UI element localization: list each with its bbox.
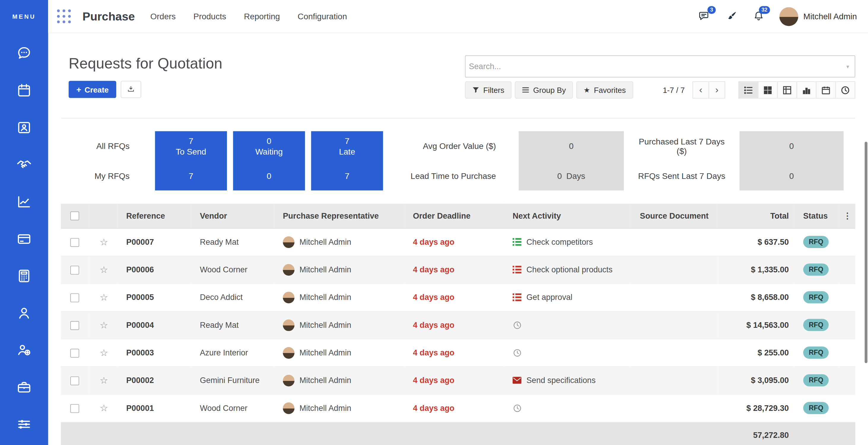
export-button[interactable] <box>121 81 141 98</box>
column-header-reference[interactable]: Reference <box>118 204 191 228</box>
table-row[interactable]: ☆ P00005 Deco Addict Mitchell Admin 4 da… <box>61 283 855 311</box>
table-row[interactable]: ☆ P00007 Ready Mat Mitchell Admin 4 days… <box>61 228 855 256</box>
pager-value[interactable]: 1-7 / 7 <box>663 86 685 94</box>
messages-button[interactable]: 3 <box>698 10 711 23</box>
optional-columns-button[interactable]: ⋮ <box>840 204 855 228</box>
row-checkbox[interactable] <box>70 404 79 413</box>
all-rfqs-link[interactable]: All RFQs <box>61 131 129 161</box>
list-view-button[interactable] <box>738 81 758 98</box>
crm-handshake-icon[interactable] <box>16 157 32 173</box>
activity-cell[interactable]: Get approval <box>513 284 631 311</box>
column-header-activity[interactable]: Next Activity <box>504 204 631 228</box>
my-rfqs-link[interactable]: My RFQs <box>61 161 129 190</box>
activity-cell[interactable]: Send specifications <box>513 367 631 394</box>
table-footer-row: 57,272.80 <box>61 422 855 445</box>
sales-chart-icon[interactable] <box>16 194 32 210</box>
activity-cell[interactable]: Check competitors <box>513 228 631 255</box>
select-all-checkbox[interactable] <box>70 212 79 220</box>
favorite-star-icon[interactable]: ☆ <box>89 236 108 248</box>
column-header-representative[interactable]: Purchase Representative <box>274 204 404 228</box>
table-row[interactable]: ☆ P00004 Ready Mat Mitchell Admin 4 days… <box>61 311 855 339</box>
favorite-star-icon[interactable]: ☆ <box>89 319 108 331</box>
activity-cell[interactable] <box>513 339 631 366</box>
pager-previous-button[interactable]: ‹ <box>692 81 709 98</box>
reference-cell: P00001 <box>118 394 191 422</box>
download-icon <box>127 85 135 93</box>
accounting-calculator-icon[interactable] <box>16 268 32 284</box>
filters-button[interactable]: Filters <box>465 81 512 98</box>
table-row[interactable]: ☆ P00006 Wood Corner Mitchell Admin 4 da… <box>61 256 855 283</box>
favorite-star-icon[interactable]: ☆ <box>89 374 108 386</box>
activity-cell[interactable] <box>513 394 631 421</box>
favorite-star-icon[interactable]: ☆ <box>89 347 108 358</box>
column-header-vendor[interactable]: Vendor <box>191 204 274 228</box>
menu-orders[interactable]: Orders <box>150 11 176 21</box>
lead-time-unit: Days <box>566 171 585 180</box>
apps-grid-icon[interactable] <box>57 9 71 24</box>
activity-cell[interactable]: Check optional products <box>513 256 631 283</box>
row-checkbox[interactable] <box>70 293 79 302</box>
row-checkbox[interactable] <box>70 376 79 385</box>
deadline-cell: 4 days ago <box>404 283 504 311</box>
kanban-view-button[interactable] <box>758 81 778 98</box>
pager-next-button[interactable]: › <box>708 81 725 98</box>
column-header-deadline[interactable]: Order Deadline <box>404 204 504 228</box>
metric-tile-right[interactable]: 0 0 <box>740 131 844 190</box>
discuss-icon[interactable] <box>16 45 32 61</box>
favorite-star-icon[interactable]: ☆ <box>89 402 108 414</box>
contacts-icon[interactable] <box>16 120 32 135</box>
table-header-row: Reference Vendor Purchase Representative… <box>61 204 855 228</box>
row-checkbox[interactable] <box>70 238 79 247</box>
create-button[interactable]: + Create <box>68 81 116 98</box>
table-row[interactable]: ☆ P00001 Wood Corner Mitchell Admin 4 da… <box>61 394 855 422</box>
status-badge: RFQ <box>803 402 829 414</box>
search-caret-down-icon[interactable]: ▾ <box>846 63 849 70</box>
menu-products[interactable]: Products <box>193 11 226 21</box>
inventory-icon[interactable] <box>16 379 32 395</box>
theme-brush-button[interactable] <box>725 10 738 23</box>
pager-arrows: ‹ › <box>692 81 725 98</box>
graph-view-button[interactable] <box>797 81 816 98</box>
list-view-icon <box>744 86 753 94</box>
row-checkbox[interactable] <box>70 321 79 329</box>
menu-toggle[interactable]: MENU <box>12 0 36 33</box>
menu-configuration[interactable]: Configuration <box>298 11 347 21</box>
representative-avatar <box>283 264 294 275</box>
tile-to-send[interactable]: 7 To Send 7 <box>155 131 227 190</box>
activity-cell[interactable] <box>513 312 631 339</box>
employees-icon[interactable] <box>16 305 32 321</box>
vertical-scrollbar[interactable] <box>865 142 867 363</box>
representative-cell: Mitchell Admin <box>283 256 404 283</box>
search-input[interactable] <box>469 62 847 71</box>
column-header-total[interactable]: Total <box>717 204 794 228</box>
calendar-view-button[interactable] <box>816 81 836 98</box>
app-name[interactable]: Purchase <box>83 10 135 23</box>
representative-avatar <box>283 319 294 331</box>
referral-icon[interactable] <box>16 342 32 358</box>
table-row[interactable]: ☆ P00003 Azure Interior Mitchell Admin 4… <box>61 339 855 367</box>
calendar-icon[interactable] <box>16 83 32 98</box>
user-menu[interactable]: Mitchell Admin <box>780 7 857 26</box>
metric-tile-left[interactable]: 0 0 Days <box>519 131 624 190</box>
tile-waiting-label: Waiting <box>255 147 283 156</box>
menu-reporting[interactable]: Reporting <box>244 11 280 21</box>
favorites-button[interactable]: ★ Favorites <box>577 81 633 98</box>
column-header-source[interactable]: Source Document <box>631 204 717 228</box>
expenses-card-icon[interactable] <box>16 231 32 247</box>
favorite-star-icon[interactable]: ☆ <box>89 264 108 275</box>
favorite-star-icon[interactable]: ☆ <box>89 291 108 303</box>
tile-waiting[interactable]: 0 Waiting 0 <box>233 131 305 190</box>
settings-sliders-icon[interactable] <box>16 416 32 432</box>
table-row[interactable]: ☆ P00002 Gemini Furniture Mitchell Admin… <box>61 367 855 394</box>
representative-cell: Mitchell Admin <box>283 394 404 421</box>
activity-view-button[interactable] <box>835 81 855 98</box>
group-by-button[interactable]: Group By <box>515 81 573 98</box>
activities-button[interactable]: 32 <box>752 10 765 23</box>
pivot-view-button[interactable] <box>777 81 797 98</box>
row-checkbox[interactable] <box>70 265 79 275</box>
footer-total: 57,272.80 <box>61 422 794 445</box>
column-header-status[interactable]: Status <box>795 204 840 228</box>
purchased-last-7-value: 0 <box>789 141 794 151</box>
tile-late[interactable]: 7 Late 7 <box>311 131 383 190</box>
row-checkbox[interactable] <box>70 349 79 357</box>
